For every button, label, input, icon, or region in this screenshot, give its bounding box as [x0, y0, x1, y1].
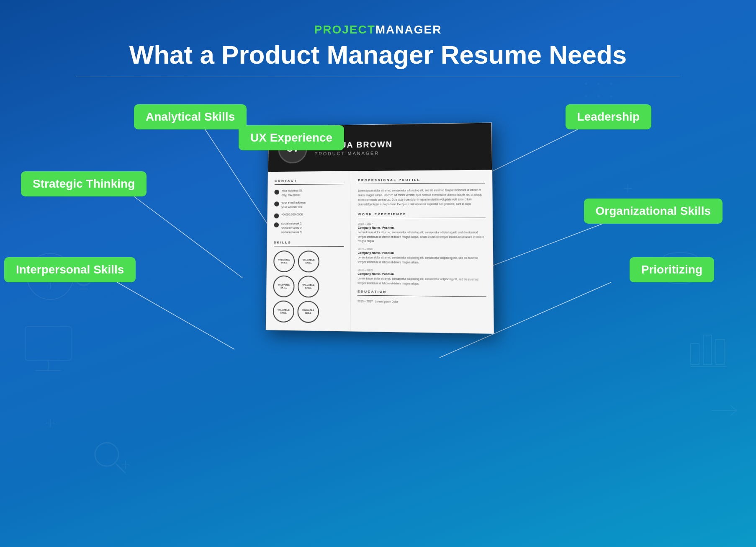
- contact-address: Your Address St. City, CA 00000: [274, 188, 344, 198]
- skill-circle-2: VALUABLESKILL: [298, 250, 319, 272]
- work-entry-2: 2009 – 2010 Company Name / Position Lore…: [357, 248, 486, 265]
- skills-section: SKILLS VALUABLESKILL VALUABLESKILL VALUA…: [273, 240, 344, 323]
- brand-manager: MANAGER: [375, 23, 442, 36]
- work-desc-3: Lorem ipsum dolor sit amet, consectetur …: [357, 276, 486, 286]
- skill-bubble-prioritizing: Prioritizing: [630, 257, 714, 282]
- skill-circle-5: VALUABLESKILL: [273, 300, 294, 323]
- work-company-2: Company Name / Position: [357, 251, 486, 255]
- resume-right-column: PROFESSIONAL PROFILE Lorem ipsum dolor s…: [351, 170, 494, 333]
- work-period-1: 2010 – 2017: [358, 222, 486, 225]
- svg-line-36: [117, 282, 234, 349]
- skill-circle-6: VALUABLESKILL: [297, 301, 319, 323]
- skills-section-title: SKILLS: [274, 240, 344, 246]
- skill-bubble-analytical: Analytical Skills: [134, 104, 247, 129]
- page-title: What a Product Manager Resume Needs: [0, 41, 756, 69]
- header-divider: [76, 77, 681, 77]
- work-company-3: Company Name / Position: [357, 272, 486, 276]
- work-entry-3: 2008 – 2009 Company Name / Position Lore…: [357, 268, 486, 286]
- contact-phone: +0.000.000.0000: [274, 212, 344, 218]
- skill-bubble-organizational: Organizational Skills: [584, 199, 723, 224]
- profile-text: Lorem ipsum dolor sit amet, consectetur …: [358, 188, 486, 207]
- work-desc-2: Lorem ipsum dolor sit amet, consectetur …: [357, 255, 486, 265]
- skill-bubble-ux: UX Experience: [239, 125, 344, 150]
- infographic-area: Analytical Skills UX Experience Leadersh…: [0, 90, 756, 467]
- location-icon: [274, 190, 279, 195]
- skill-circle-1: VALUABLESKILL: [273, 250, 295, 272]
- skill-bubble-leadership: Leadership: [566, 104, 651, 129]
- svg-point-14: [585, 83, 587, 85]
- skill-bubble-interpersonal: Interpersonal Skills: [4, 257, 136, 282]
- contact-social: social network 1 social network 2 social…: [274, 222, 344, 235]
- education-entry: 2010 – 2017 Lorem Ipsum Dolor: [357, 300, 486, 304]
- work-company-1: Company Name / Position: [358, 226, 486, 229]
- resume-job-title: PRODUCT MANAGER: [314, 150, 393, 156]
- work-desc-1: Lorem ipsum dolor sit amet, consectetur …: [358, 230, 486, 244]
- email-text: your email address your website link: [281, 201, 306, 209]
- work-section-title: WORK EXPERIENCE: [358, 212, 486, 219]
- resume-document: CV JOSHUA BROWN PRODUCT MANAGER CONTACT …: [265, 123, 491, 331]
- address-text: Your Address St. City, CA 00000: [282, 189, 303, 198]
- svg-point-15: [597, 83, 600, 85]
- resume-card: CV JOSHUA BROWN PRODUCT MANAGER CONTACT …: [266, 123, 494, 334]
- profile-section-title: PROFESSIONAL PROFILE: [358, 178, 485, 184]
- svg-line-34: [134, 196, 243, 278]
- phone-text: +0.000.000.0000: [281, 213, 303, 217]
- header: PROJECTMANAGER What a Product Manager Re…: [0, 0, 756, 77]
- skill-circle-3: VALUABLESKILL: [273, 275, 294, 297]
- social-text: social network 1 social network 2 social…: [281, 222, 302, 235]
- skill-circle-4: VALUABLESKILL: [298, 276, 319, 298]
- svg-point-16: [610, 83, 612, 85]
- contact-section-title: CONTACT: [275, 178, 345, 185]
- work-period-2: 2009 – 2010: [357, 248, 486, 251]
- skill-bubble-strategic: Strategic Thinking: [21, 171, 147, 196]
- work-entry-1: 2010 – 2017 Company Name / Position Lore…: [358, 222, 486, 244]
- education-section-title: EDUCATION: [357, 290, 486, 297]
- resume-body: CONTACT Your Address St. City, CA 00000 …: [266, 170, 494, 333]
- skill-circles-container: VALUABLESKILL VALUABLESKILL VALUABLESKIL…: [273, 250, 344, 323]
- resume-left-column: CONTACT Your Address St. City, CA 00000 …: [266, 171, 352, 331]
- contact-email: your email address your website link: [274, 201, 344, 209]
- email-icon: [274, 201, 279, 206]
- work-period-3: 2008 – 2009: [357, 268, 486, 272]
- social-icon: [274, 222, 279, 227]
- brand-project: PROJECT: [314, 23, 375, 36]
- brand-logo: PROJECTMANAGER: [0, 23, 756, 36]
- phone-icon: [274, 214, 279, 219]
